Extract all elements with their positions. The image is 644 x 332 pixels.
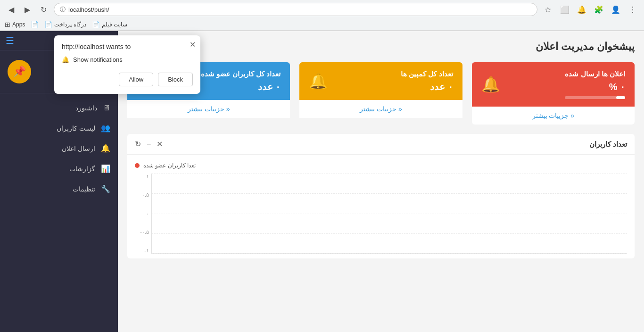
stat-campaigns-icon: 🔔 [309, 72, 328, 90]
stat-sent-link[interactable]: « جزییات بیشتر [532, 112, 575, 119]
popup-close-button[interactable]: ✕ [190, 40, 196, 49]
chart-gridline-3 [152, 233, 627, 234]
notification-permission-popup: ✕ http://localhost wants to 🔔 Show notif… [54, 35, 200, 94]
address-bar[interactable]: ⓘ localhost/push/ [54, 3, 537, 16]
stat-card-sent: اعلان ها ارسال شده ۰ % 🔔 « جزییات بیشتر [472, 62, 635, 124]
stat-card-campaigns-bottom: « جزییات بیشتر [299, 100, 462, 118]
chart-legend: تعدا کاربران عضو شده [135, 162, 627, 169]
address-text: localhost/push/ [68, 6, 109, 13]
bookmarks-bar: ⊞ Apps 📄 📄 درگاه پرداخت 📄 سایت فیلم [0, 19, 644, 31]
legend-label: تعدا کاربران عضو شده [143, 162, 196, 169]
stat-sent-title: اعلان ها ارسال شده [565, 70, 625, 78]
film-icon: 📄 [92, 21, 100, 28]
chart-gridline-1 [152, 193, 627, 194]
stat-card-campaigns: تعداد کل کمپین ها ۰ عدد 🔔 « جزییات بیشتر [299, 62, 462, 124]
y-label-4: ۰.۵- [135, 229, 149, 235]
chart-gridline-mid [152, 214, 627, 214]
stat-card-campaigns-info: تعداد کل کمپین ها ۰ عدد [401, 70, 453, 92]
stat-total-users-link[interactable]: « جزییات بیشتر [188, 105, 230, 113]
bookmark-film[interactable]: 📄 سایت فیلم [92, 21, 127, 28]
page-title: پیشخوان مدیریت اعلان [127, 41, 635, 53]
screenshot-button[interactable]: ⬜ [558, 3, 571, 16]
stat-campaigns-value: ۰ عدد [401, 81, 453, 92]
y-label-1: ۱ [135, 174, 149, 180]
lock-icon: ⓘ [60, 6, 66, 14]
chart-y-axis: ۱ ۰.۵ ۰ ۰.۵- ۱- [135, 174, 149, 254]
chart-section: تعداد کاربران ✕ − ↻ تعدا کاربران عضو شده… [127, 134, 635, 258]
sidebar-item-reports[interactable]: 📊 گزارشات [0, 158, 118, 179]
users-icon: 👥 [101, 124, 110, 133]
reload-button[interactable]: ↻ [37, 3, 50, 16]
stat-card-total-users-bottom: « جزییات بیشتر [127, 100, 290, 118]
folder1-icon: 📄 [31, 21, 39, 28]
legend-dot [135, 163, 140, 168]
reports-icon: 📊 [101, 164, 110, 173]
stat-total-users-value: ۰ عدد [201, 81, 281, 92]
chart-gridline-bottom [152, 253, 627, 254]
y-label-5: ۱- [135, 248, 149, 254]
stat-card-sent-info: اعلان ها ارسال شده ۰ % [565, 70, 625, 99]
chart-refresh-button[interactable]: ↻ [135, 140, 141, 149]
stat-card-sent-top: اعلان ها ارسال شده ۰ % 🔔 [472, 62, 635, 107]
nav-buttons: ◀ ▶ ↻ [5, 3, 50, 16]
settings-icon: 🔧 [101, 184, 110, 193]
sidebar-item-settings[interactable]: 🔧 تنظیمات [0, 179, 118, 199]
dashboard-label: داشبورد [75, 104, 97, 112]
block-button[interactable]: Block [158, 73, 193, 86]
stat-campaigns-link[interactable]: « جزییات بیشتر [360, 105, 402, 113]
settings-label: تنظیمات [73, 185, 95, 193]
notification-bell-button[interactable]: 🔔 [575, 3, 588, 16]
menu-button[interactable]: ⋮ [626, 3, 639, 16]
sidebar-item-send-notification[interactable]: 🔔 ارسال اعلان [0, 138, 118, 158]
bookmark-apps[interactable]: ⊞ Apps [5, 21, 25, 28]
reports-label: گزارشات [69, 165, 95, 173]
browser-actions: ☆ ⬜ 🔔 🧩 👤 ⋮ [541, 3, 639, 16]
chart-body: تعدا کاربران عضو شده ۱ ۰.۵ ۰ ۰.۵- ۱- [127, 155, 635, 258]
popup-bell-icon: 🔔 [62, 56, 69, 63]
bookmark-portal[interactable]: 📄 درگاه پرداخت [44, 21, 86, 28]
popup-permission-row: 🔔 Show notifications [62, 56, 193, 63]
progress-bar-container [565, 96, 625, 99]
stat-sent-icon: 🔔 [481, 75, 500, 93]
chart-plot [151, 174, 627, 254]
browser-chrome: ◀ ▶ ↻ ⓘ localhost/push/ ☆ ⬜ 🔔 🧩 👤 ⋮ ⊞ Ap… [0, 0, 644, 31]
chart-minimize-button[interactable]: − [147, 140, 151, 149]
portal-icon: 📄 [44, 21, 52, 28]
popup-title: http://localhost wants to [62, 43, 193, 50]
stat-campaigns-title: تعداد کل کمپین ها [401, 70, 453, 78]
forward-button[interactable]: ▶ [21, 3, 34, 16]
popup-buttons: Allow Block [62, 73, 193, 86]
chart-title: تعداد کاربران [589, 140, 627, 149]
sidebar-item-users[interactable]: 👥 لیست کاربران [0, 118, 118, 138]
stat-card-sent-bottom: « جزییات بیشتر [472, 107, 635, 124]
progress-bar-fill [616, 96, 625, 99]
stat-total-users-title: تعداد کل کاربران عضو شده [201, 70, 281, 78]
chart-header: تعداد کاربران ✕ − ↻ [127, 134, 635, 155]
profile-button[interactable]: 👤 [609, 3, 622, 16]
extensions-button[interactable]: 🧩 [592, 3, 605, 16]
allow-button[interactable]: Allow [119, 73, 153, 86]
chart-controls: ✕ − ↻ [135, 140, 163, 149]
bookmark-folder1[interactable]: 📄 [31, 21, 39, 28]
browser-top-bar: ◀ ▶ ↻ ⓘ localhost/push/ ☆ ⬜ 🔔 🧩 👤 ⋮ [0, 0, 644, 19]
bookmark-star-button[interactable]: ☆ [541, 3, 554, 16]
stat-card-campaigns-top: تعداد کل کمپین ها ۰ عدد 🔔 [299, 62, 462, 100]
chart-area: ۱ ۰.۵ ۰ ۰.۵- ۱- [135, 174, 627, 254]
stat-sent-value: ۰ % [565, 81, 625, 92]
portal-label: درگاه پرداخت [54, 21, 86, 28]
sidebar-item-dashboard[interactable]: 🖥 داشبورد [0, 98, 118, 118]
sidebar-menu: 🖥 داشبورد 👥 لیست کاربران 🔔 ارسال اعلان 📊… [0, 93, 118, 332]
send-notification-icon: 🔔 [101, 144, 110, 153]
apps-label: Apps [12, 21, 25, 28]
popup-permission-text: Show notifications [73, 56, 123, 63]
send-notification-label: ارسال اعلان [62, 145, 95, 152]
chart-close-button[interactable]: ✕ [157, 140, 163, 149]
film-label: سایت فیلم [102, 21, 127, 28]
y-label-3: ۰ [135, 211, 149, 217]
back-button[interactable]: ◀ [5, 3, 18, 16]
hamburger-button[interactable]: ☰ [6, 35, 14, 46]
avatar-icon: 📌 [13, 66, 26, 78]
dashboard-icon: 🖥 [103, 104, 110, 112]
sidebar-avatar: 📌 [8, 60, 31, 83]
chart-gridline-top [152, 174, 627, 174]
